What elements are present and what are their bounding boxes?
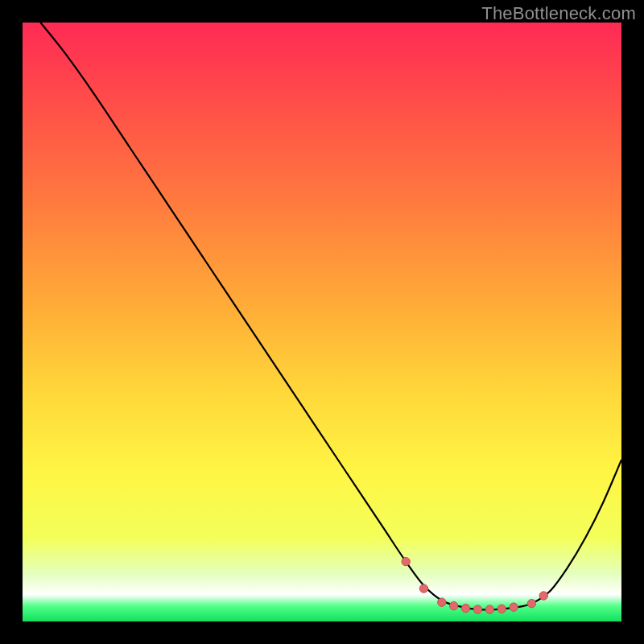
marker-dot — [539, 592, 547, 600]
chart-svg — [23, 23, 621, 621]
marker-dot — [419, 584, 427, 592]
marker-dot — [485, 605, 493, 613]
plot-area — [23, 23, 621, 621]
marker-dot — [449, 601, 457, 609]
marker-dot — [402, 557, 410, 565]
marker-dot — [527, 599, 535, 607]
marker-dot — [461, 604, 469, 612]
marker-dot — [438, 598, 446, 606]
gradient-background — [23, 23, 621, 621]
watermark-text: TheBottleneck.com — [481, 3, 636, 24]
marker-dot — [510, 603, 518, 611]
chart-container: { "watermark": "TheBottleneck.com", "col… — [0, 0, 644, 644]
marker-dot — [497, 605, 506, 613]
marker-dot — [473, 605, 481, 613]
